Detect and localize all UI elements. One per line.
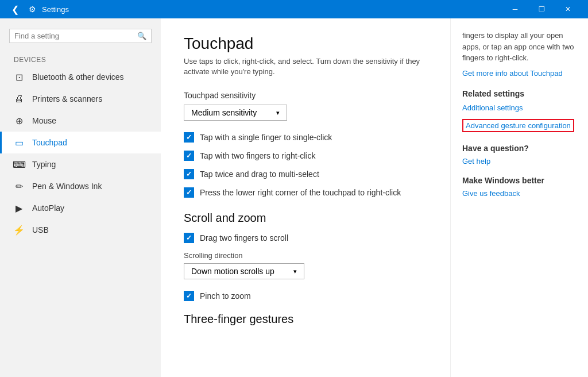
window-controls: ─ ❐ ✕ [502,0,581,18]
usb-icon: ⚡ [14,225,24,235]
page-title: Touchpad [184,34,427,53]
three-finger-header: Three-finger gestures [184,313,427,326]
advanced-gesture-link[interactable]: Advanced gesture configuration [462,119,574,132]
check-icon: ✓ [186,188,192,197]
close-button[interactable]: ✕ [555,0,581,18]
title-bar-left: ❮ ⚙ Settings [7,1,69,17]
scroll-zoom-header: Scroll and zoom [184,211,427,225]
check-icon: ✓ [186,152,192,160]
scrolling-direction-value: Down motion scrolls up [191,267,274,276]
checkbox-corner-box[interactable]: ✓ [184,187,194,198]
give-feedback-link[interactable]: Give us feedback [462,189,520,198]
checkbox-pinch-box[interactable]: ✓ [184,291,194,301]
checkbox-twice-box[interactable]: ✓ [184,169,194,179]
checkbox-corner-label: Press the lower right corner of the touc… [200,188,401,197]
checkbox-twice-drag[interactable]: ✓ Tap twice and drag to multi-select [184,169,427,179]
right-panel-description: fingers to display all your open apps, o… [462,30,577,64]
bluetooth-icon: ⊡ [14,72,24,82]
sidebar-item-label: Bluetooth & other devices [32,72,124,82]
sidebar-item-label: AutoPlay [32,203,64,213]
page-description: Use taps to click, right-click, and sele… [184,56,427,77]
checkbox-pinch-label: Pinch to zoom [200,291,251,301]
sidebar-item-label: Pen & Windows Ink [32,182,102,191]
app-body: 🔍 Devices ⊡ Bluetooth & other devices 🖨 … [0,18,588,377]
checkbox-corner[interactable]: ✓ Press the lower right corner of the to… [184,187,427,198]
scrolling-direction-label: Scrolling direction [184,251,427,260]
related-settings-header: Related settings [462,89,577,98]
chevron-down-icon: ▾ [293,268,297,275]
mouse-icon: ⊕ [14,116,24,126]
sidebar-item-autoplay[interactable]: ▶ AutoPlay [0,197,161,219]
sensitivity-value: Medium sensitivity [191,108,257,117]
search-box[interactable]: 🔍 [9,29,152,43]
back-button[interactable]: ❮ [7,1,23,17]
checkbox-pinch[interactable]: ✓ Pinch to zoom [184,291,427,301]
search-input[interactable] [14,32,137,40]
gear-icon: ⚙ [29,5,36,14]
sidebar-item-printers[interactable]: 🖨 Printers & scanners [0,88,161,110]
check-icon: ✓ [186,234,192,242]
sidebar-item-label: USB [32,225,49,234]
pen-icon: ✏ [14,181,24,191]
sidebar-item-label: Mouse [32,116,56,125]
checkbox-single-box[interactable]: ✓ [184,132,194,143]
checkbox-drag-scroll[interactable]: ✓ Drag two fingers to scroll [184,233,427,243]
printer-icon: 🖨 [14,94,24,104]
right-panel: fingers to display all your open apps, o… [450,18,588,377]
sidebar-item-pen[interactable]: ✏ Pen & Windows Ink [0,175,161,197]
autoplay-icon: ▶ [14,203,24,213]
checkbox-two-fingers[interactable]: ✓ Tap with two fingers to right-click [184,151,427,161]
sidebar-section-label: Devices [0,50,161,66]
sensitivity-dropdown[interactable]: Medium sensitivity ▾ [184,105,287,121]
sidebar-item-label: Touchpad [32,138,67,147]
sidebar-item-label: Typing [32,160,56,169]
scrolling-direction-dropdown[interactable]: Down motion scrolls up ▾ [184,263,304,279]
checkbox-twice-label: Tap twice and drag to multi-select [200,170,319,179]
sidebar-item-touchpad[interactable]: ▭ Touchpad [0,132,161,153]
additional-settings-link[interactable]: Additional settings [462,103,523,112]
check-icon: ✓ [186,170,192,178]
main-content: Touchpad Use taps to click, right-click,… [161,18,450,377]
get-help-link[interactable]: Get help [462,157,490,166]
check-icon: ✓ [186,133,192,141]
window-title: Settings [42,5,69,14]
checkbox-two-box[interactable]: ✓ [184,151,194,161]
sidebar-item-usb[interactable]: ⚡ USB [0,219,161,241]
chevron-down-icon: ▾ [276,109,280,117]
sidebar: 🔍 Devices ⊡ Bluetooth & other devices 🖨 … [0,18,161,377]
checkbox-drag-box[interactable]: ✓ [184,233,194,243]
checkbox-single-click[interactable]: ✓ Tap with a single finger to single-cli… [184,132,427,143]
title-bar: ❮ ⚙ Settings ─ ❐ ✕ [0,0,588,18]
sidebar-item-mouse[interactable]: ⊕ Mouse [0,110,161,132]
more-info-link[interactable]: Get more info about Touchpad [462,69,563,78]
search-icon: 🔍 [137,32,146,40]
sidebar-item-label: Printers & scanners [32,94,102,103]
make-windows-better-header: Make Windows better [462,176,577,185]
content-area: Touchpad Use taps to click, right-click,… [161,18,588,377]
restore-button[interactable]: ❐ [528,0,555,18]
touchpad-icon: ▭ [14,137,24,148]
have-question-header: Have a question? [462,144,577,153]
sidebar-item-typing[interactable]: ⌨ Typing [0,153,161,175]
sidebar-item-bluetooth[interactable]: ⊡ Bluetooth & other devices [0,66,161,88]
checkbox-two-label: Tap with two fingers to right-click [200,151,316,160]
sensitivity-section-label: Touchpad sensitivity [184,91,427,100]
minimize-button[interactable]: ─ [502,0,528,18]
typing-icon: ⌨ [14,159,24,170]
checkbox-single-label: Tap with a single finger to single-click [200,133,332,142]
checkbox-drag-label: Drag two fingers to scroll [200,233,288,243]
check-icon: ✓ [186,292,192,300]
